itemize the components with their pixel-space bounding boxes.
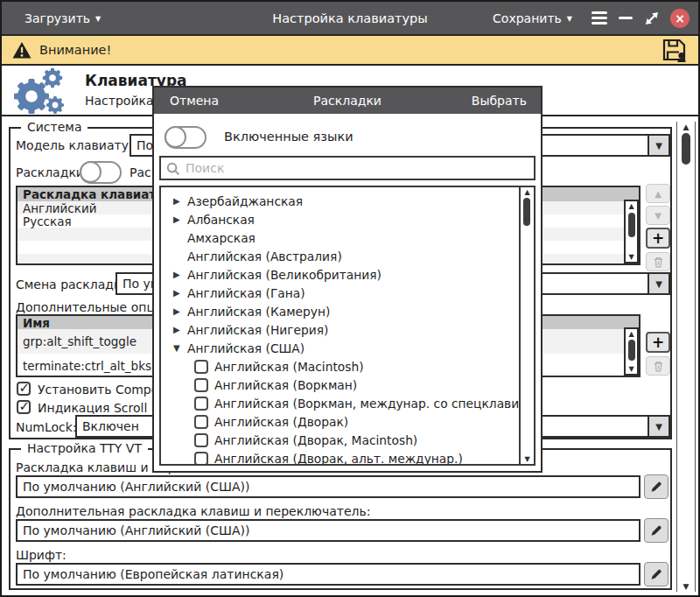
add-option-button[interactable]: + — [646, 332, 670, 353]
move-layout-up-button[interactable]: ▲ — [646, 184, 670, 203]
language-row[interactable]: Амхарская — [161, 228, 534, 247]
scroll-down-icon[interactable]: ▼ — [521, 455, 534, 463]
numlock-label: NumLock: — [16, 420, 77, 434]
tree-collapsed-icon[interactable]: ▶ — [173, 306, 187, 316]
move-layout-down-button[interactable]: ▼ — [646, 206, 670, 225]
language-row[interactable]: ▶Английская (Великобритания) — [161, 265, 534, 284]
scroll-up-icon[interactable]: ▲ — [521, 188, 534, 196]
dialog-select-button[interactable]: Выбрать — [472, 94, 527, 108]
edit-tty-layout-button[interactable] — [644, 474, 668, 499]
save-file-icon[interactable] — [662, 38, 688, 63]
variant-checkbox[interactable] — [194, 378, 208, 392]
layout-variant-row[interactable]: Английская (Macintosh) — [161, 357, 534, 376]
maximize-icon[interactable] — [642, 9, 662, 28]
scrolllock-checkbox[interactable]: ✓ — [17, 400, 31, 414]
check-icon: ✓ — [19, 398, 31, 414]
languages-list: ▶Азербайджанская ▶Албанская Амхарская Ан… — [159, 186, 536, 466]
search-input[interactable] — [186, 159, 528, 177]
delete-layout-button[interactable] — [646, 252, 670, 271]
delete-option-button[interactable] — [646, 356, 670, 376]
enabled-languages-label: Включенные языки — [224, 130, 354, 144]
tty-legend: Настройка TTY VT — [21, 441, 148, 455]
tree-collapsed-icon[interactable]: ▶ — [173, 325, 187, 334]
scrollbar-thumb[interactable] — [682, 133, 690, 165]
minimize-button[interactable] — [618, 11, 634, 26]
tty-extra-layout-field[interactable]: По умолчанию (Английский (США)) — [16, 519, 640, 542]
menu-icon[interactable] — [590, 10, 609, 27]
tty-layout-value: По умолчанию (Английский (США)) — [23, 480, 249, 494]
tty-layout-field[interactable]: По умолчанию (Английский (США)) — [16, 475, 640, 498]
language-row[interactable]: ▶Албанская — [161, 210, 534, 228]
combo-arrow-icon[interactable]: ▼ — [648, 136, 668, 155]
system-legend: Система — [21, 120, 88, 134]
options-table-scrollbar[interactable]: ▲ ▼ — [624, 327, 639, 376]
main-scrollbar[interactable]: ▲ ▼ — [676, 122, 696, 592]
variant-label: Английская (Дворак, альт. междунар.) — [214, 452, 463, 466]
warning-icon — [12, 41, 32, 60]
pencil-icon — [649, 480, 663, 494]
plus-icon: + — [652, 334, 664, 351]
layout-variant-row[interactable]: Английская (Дворак, альт. междунар.) — [161, 449, 534, 466]
variant-checkbox[interactable] — [194, 452, 208, 466]
languages-list-scrollbar[interactable]: ▲ ▼ — [519, 187, 534, 464]
close-button[interactable]: × — [670, 9, 690, 28]
layouts-toggle[interactable] — [80, 161, 122, 184]
variant-checkbox[interactable] — [194, 433, 208, 447]
scroll-down-icon[interactable]: ▼ — [626, 365, 637, 373]
layouts-table-scrollbar[interactable]: ▲ ▼ — [624, 200, 639, 263]
scroll-down-icon[interactable]: ▼ — [626, 253, 637, 261]
check-icon: ✓ — [19, 380, 31, 396]
tty-extra-layout-label: Дополнительная раскладка клавиш и перекл… — [16, 504, 370, 518]
enabled-languages-toggle[interactable] — [164, 126, 206, 149]
language-row[interactable]: ▶Английская (Гана) — [161, 284, 534, 302]
language-label: Английская (Нигерия) — [187, 323, 328, 337]
scrollbar-thumb[interactable] — [523, 198, 530, 226]
scrollbar-thumb[interactable] — [628, 340, 635, 361]
compose-checkbox[interactable]: ✓ — [17, 382, 31, 396]
layout-variant-row[interactable]: Английская (Воркман, междунар. со спецкл… — [161, 394, 534, 412]
load-menu-button[interactable]: Загрузить ▼ — [16, 11, 109, 25]
scroll-up-icon[interactable]: ▲ — [626, 330, 637, 338]
tty-font-label: Шрифт: — [16, 548, 66, 562]
tree-collapsed-icon[interactable]: ▶ — [173, 214, 187, 224]
tree-collapsed-icon[interactable]: ▶ — [173, 270, 187, 279]
variant-checkbox[interactable] — [194, 360, 208, 374]
language-row[interactable]: ▶Английская (Камерун) — [161, 302, 534, 320]
plus-icon: + — [652, 229, 664, 247]
edit-tty-extra-layout-button[interactable] — [644, 518, 668, 543]
variant-checkbox[interactable] — [194, 415, 208, 429]
down-arrow-icon: ▼ — [654, 211, 662, 221]
layout-variant-row[interactable]: Английская (Воркман) — [161, 376, 534, 394]
tree-collapsed-icon[interactable]: ▶ — [173, 196, 187, 206]
language-label: Английская (Австралия) — [187, 249, 342, 263]
language-label: Английская (Камерун) — [187, 305, 330, 319]
language-row[interactable]: ▼Английская (США) — [161, 339, 534, 357]
language-label: Английская (США) — [187, 341, 304, 355]
chevron-down-icon: ▼ — [567, 15, 572, 23]
add-layout-button[interactable]: + — [646, 228, 670, 249]
trash-icon — [652, 360, 665, 373]
tree-collapsed-icon[interactable]: ▶ — [173, 288, 187, 298]
combo-arrow-icon[interactable]: ▼ — [648, 274, 668, 293]
scroll-up-icon[interactable]: ▲ — [677, 123, 695, 131]
combo-arrow-icon[interactable]: ▼ — [648, 417, 668, 436]
scroll-up-icon[interactable]: ▲ — [626, 202, 637, 210]
language-label: Английская (Великобритания) — [187, 268, 382, 282]
keyboard-settings-gears-icon — [10, 67, 70, 116]
scrollbar-thumb[interactable] — [628, 213, 635, 237]
language-row[interactable]: ▶Азербайджанская — [161, 192, 534, 210]
tree-expanded-icon[interactable]: ▼ — [173, 343, 187, 353]
save-menu-button[interactable]: Сохранить ▼ — [484, 11, 581, 25]
tty-font-field[interactable]: По умолчанию (Европейская латинская) — [16, 563, 640, 586]
load-menu-label: Загрузить — [24, 11, 90, 25]
variant-checkbox[interactable] — [194, 397, 208, 411]
layout-variant-row[interactable]: Английская (Дворак) — [161, 412, 534, 431]
edit-tty-font-button[interactable] — [644, 562, 668, 586]
language-label: Амхарская — [187, 231, 256, 245]
language-row[interactable]: Английская (Австралия) — [161, 247, 534, 265]
layout-variant-row[interactable]: Английская (Дворак, Macintosh) — [161, 431, 534, 449]
scroll-down-icon[interactable]: ▼ — [677, 582, 695, 591]
language-row[interactable]: ▶Английская (Нигерия) — [161, 320, 534, 339]
variant-label: Английская (Дворак) — [214, 415, 348, 429]
variant-label: Английская (Macintosh) — [214, 360, 364, 374]
